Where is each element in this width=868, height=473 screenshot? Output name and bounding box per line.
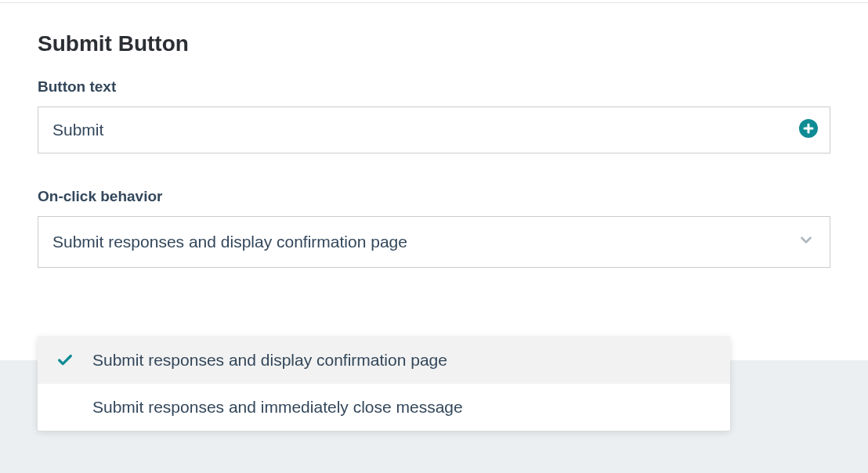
dropdown-option-close-message[interactable]: Submit responses and immediately close m… — [38, 384, 730, 431]
chevron-down-icon — [797, 232, 815, 253]
dropdown-option-label: Submit responses and display confirmatio… — [88, 351, 714, 370]
add-personalization-button[interactable] — [797, 117, 819, 139]
on-click-selected-value: Submit responses and display confirmatio… — [52, 233, 407, 251]
on-click-behavior-select[interactable]: Submit responses and display confirmatio… — [38, 216, 830, 268]
plus-circle-icon — [798, 118, 819, 139]
section-title: Submit Button — [38, 31, 830, 56]
button-text-input[interactable] — [38, 107, 830, 153]
dropdown-option-label: Submit responses and immediately close m… — [88, 398, 714, 417]
button-text-field-wrap — [38, 107, 830, 157]
svg-rect-2 — [804, 128, 814, 130]
on-click-behavior-label: On-click behavior — [38, 188, 830, 205]
button-text-label: Button text — [38, 78, 830, 96]
on-click-behavior-select-wrap: Submit responses and display confirmatio… — [38, 216, 830, 268]
check-icon — [56, 352, 88, 369]
dropdown-option-confirmation-page[interactable]: Submit responses and display confirmatio… — [38, 337, 730, 384]
on-click-behavior-dropdown: Submit responses and display confirmatio… — [38, 337, 730, 431]
